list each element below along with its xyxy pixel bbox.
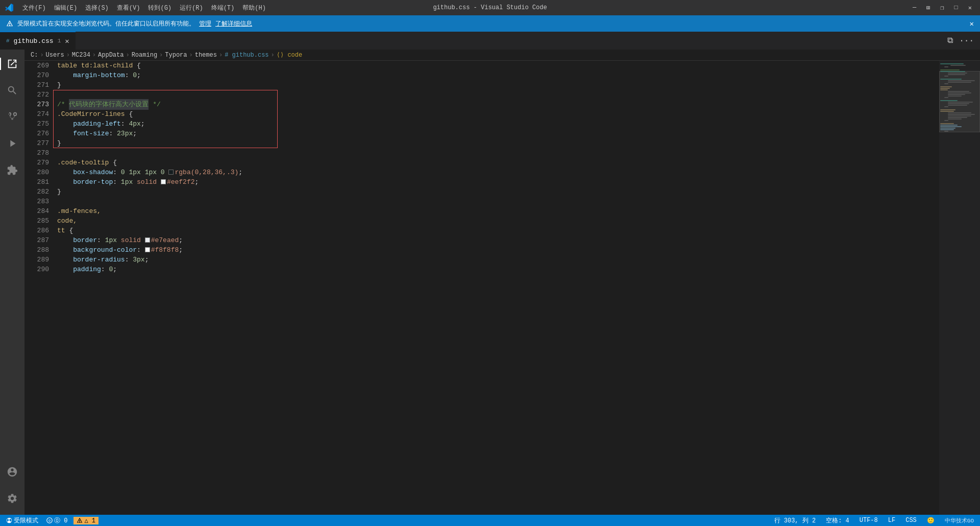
activity-search[interactable]	[0, 78, 24, 103]
ln-280: 280	[24, 168, 49, 177]
code-token: :	[97, 235, 105, 245]
title-bar-menu[interactable]: 文件(F) 编辑(E) 选择(S) 查看(V) 转到(G) 运行(R) 终端(T…	[19, 3, 269, 13]
language-indicator[interactable]: CSS	[903, 517, 919, 524]
menu-edit[interactable]: 编辑(E)	[51, 3, 81, 13]
breadcrumb-appdata[interactable]: AppData	[98, 52, 124, 59]
code-token: background-color	[73, 245, 137, 255]
code-token: .md-fences,	[57, 206, 101, 216]
tab-github-css[interactable]: # github.css 1 ✕	[0, 32, 76, 50]
code-token: }	[57, 138, 61, 148]
breadcrumb-typora[interactable]: Typora	[165, 52, 187, 59]
minimize-button[interactable]: ─	[910, 3, 919, 13]
code-token: :	[137, 245, 145, 255]
code-token: solid	[137, 177, 157, 187]
activity-account[interactable]	[0, 460, 24, 484]
menu-goto[interactable]: 转到(G)	[145, 3, 175, 13]
code-token: ;	[179, 235, 183, 245]
editor-area: C: › Users › MC234 › AppData › Roaming ›…	[24, 50, 980, 515]
code-line-280: box-shadow: 0 1px 1px 0 rgba(0,28,36,.3)…	[57, 168, 939, 177]
maximize-button[interactable]: □	[951, 3, 961, 13]
code-line-276: font-size: 23px;	[57, 129, 939, 138]
code-token: 0	[133, 70, 137, 80]
minimap-line	[940, 86, 952, 87]
code-token: solid	[121, 235, 141, 245]
spaces-text: 空格: 4	[826, 516, 849, 525]
window-controls[interactable]: ─ ⊞ ❐ □ ✕	[910, 3, 975, 13]
code-line-279: .code-tooltip {	[57, 158, 939, 168]
activity-source-control[interactable]	[0, 105, 24, 129]
code-token: tt	[57, 226, 69, 235]
color-swatch-287	[145, 237, 150, 243]
activity-explorer[interactable]	[0, 52, 24, 76]
code-editor[interactable]: 269 270 271 272 273 274 275 276 277 278 …	[24, 61, 980, 515]
split-editor-button[interactable]: ⧉	[945, 35, 955, 46]
more-actions-button[interactable]: ···	[957, 35, 976, 46]
ln-287: 287	[24, 235, 49, 245]
minimap-line	[940, 125, 958, 126]
ln-275: 275	[24, 119, 49, 129]
manage-link[interactable]: 管理	[199, 19, 211, 28]
code-token: #eef2f2	[167, 177, 195, 187]
watermark: 中华技术GO	[943, 517, 976, 524]
activity-extensions[interactable]	[0, 158, 24, 182]
close-button[interactable]: ✕	[965, 3, 975, 13]
breadcrumb-mc234[interactable]: MC234	[72, 52, 90, 59]
line-ending-indicator[interactable]: LF	[886, 517, 897, 524]
status-bar-left: 受限模式 0 ⓪ 0 △ 1	[4, 516, 99, 525]
errors-indicator[interactable]: 0 ⓪ 0	[44, 516, 69, 525]
breadcrumb-drive[interactable]: C:	[31, 52, 38, 59]
code-token	[117, 235, 121, 245]
code-token: /*	[57, 100, 69, 109]
activity-run-debug[interactable]	[0, 131, 24, 156]
restricted-mode-indicator[interactable]: 受限模式	[4, 516, 40, 525]
encoding-indicator[interactable]: UTF-8	[857, 517, 880, 524]
code-token: ;	[238, 168, 242, 177]
warning-close-button[interactable]: ✕	[970, 19, 974, 28]
spaces-indicator[interactable]: 空格: 4	[824, 516, 851, 525]
code-line-289: border-radius: 3px;	[57, 255, 939, 265]
ln-278: 278	[24, 148, 49, 158]
menu-help[interactable]: 帮助(H)	[239, 3, 269, 13]
menu-file[interactable]: 文件(F)	[19, 3, 49, 13]
code-token	[157, 177, 161, 187]
line-col-indicator[interactable]: 行 303, 列 2	[772, 516, 818, 525]
code-line-269: table td:last-child {	[57, 61, 939, 70]
code-token: code,	[57, 216, 77, 226]
ln-274: 274	[24, 109, 49, 119]
learn-more-link[interactable]: 了解详细信息	[215, 19, 252, 28]
code-token: padding-left	[73, 119, 121, 129]
tab-close-button[interactable]: ✕	[65, 37, 69, 45]
status-bar-right: 行 303, 列 2 空格: 4 UTF-8 LF CSS 🙂 中华技术GO	[772, 516, 976, 525]
menu-run[interactable]: 运行(R)	[177, 3, 206, 13]
breadcrumb-users[interactable]: Users	[46, 52, 64, 59]
title-bar-left: 文件(F) 编辑(E) 选择(S) 查看(V) 转到(G) 运行(R) 终端(T…	[5, 3, 269, 13]
encoding-text: UTF-8	[860, 517, 878, 524]
layout-button[interactable]: ⊞	[923, 3, 933, 13]
breadcrumb-symbol[interactable]: ⟨⟩ code	[277, 51, 302, 59]
code-token: 1px	[105, 235, 117, 245]
warning-icon	[6, 20, 13, 27]
code-token: ;	[141, 119, 145, 129]
code-content[interactable]: table td:last-child { margin-bottom: 0; …	[53, 61, 939, 515]
code-token: 23px	[117, 129, 133, 138]
code-token: {	[129, 109, 133, 119]
activity-settings[interactable]	[0, 486, 24, 511]
breadcrumb-themes[interactable]: themes	[195, 52, 217, 59]
warnings-indicator[interactable]: △ 1	[74, 517, 99, 524]
split-button[interactable]: ❐	[937, 3, 947, 13]
ln-289: 289	[24, 255, 49, 265]
minimap[interactable]	[939, 61, 980, 515]
code-token: font-size	[73, 129, 109, 138]
code-token: {	[69, 226, 73, 235]
code-token: }	[57, 80, 61, 90]
code-token: border	[73, 235, 97, 245]
breadcrumb-file[interactable]: # github.css	[225, 52, 268, 59]
menu-view[interactable]: 查看(V)	[114, 3, 143, 13]
menu-select[interactable]: 选择(S)	[82, 3, 112, 13]
breadcrumb-roaming[interactable]: Roaming	[132, 52, 157, 59]
errors-count: ⓪ 0	[54, 516, 67, 525]
menu-terminal[interactable]: 终端(T)	[208, 3, 238, 13]
feedback-button[interactable]: 🙂	[925, 517, 937, 524]
language-text: CSS	[905, 517, 917, 524]
code-token: box-shadow	[73, 168, 113, 177]
